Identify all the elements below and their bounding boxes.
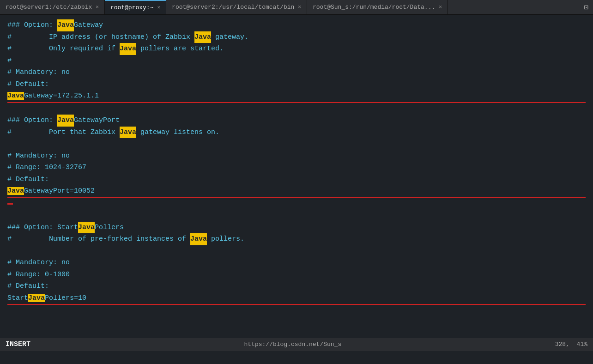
monitor-icon: ⊡ [584, 3, 588, 12]
line-6: # Default: [7, 79, 586, 91]
line-13-text: # Range: 1024-32767 [7, 162, 86, 174]
line-1-rest: Gateway [74, 19, 103, 31]
line-10-prefix: # Port that Zabbix [7, 127, 120, 139]
line-17-prefix: ### Option: Start [7, 222, 78, 234]
line-22-text: # Default: [7, 280, 49, 292]
line-3-prefix: # Only required if [7, 43, 120, 55]
line-2-prefix: # IP address (or hostname) of Zabbix [7, 31, 194, 43]
tab-3[interactable]: root@server2:/usr/local/tomcat/bin ✕ [166, 0, 307, 14]
tab-4-label: root@Sun_s:/run/media/root/Data... [313, 4, 435, 11]
tab-1-close[interactable]: ✕ [96, 5, 99, 10]
line-17: ### Option: StartJavaPollers [7, 222, 586, 234]
line-1-java: Java [57, 19, 74, 31]
status-insert: INSERT [6, 339, 30, 351]
tab-1[interactable]: root@server1:/etc/zabbix ✕ [0, 0, 105, 14]
line-10-java: Java [120, 127, 136, 139]
line-15: JavaGatewayPort=10052 [7, 185, 586, 198]
line-6-text: # Default: [7, 79, 49, 91]
line-12-text: # Mandatory: no [7, 150, 70, 162]
line-3-java: Java [120, 43, 136, 55]
line-13: # Range: 1024-32767 [7, 162, 586, 174]
line-blank-1 [7, 103, 586, 115]
line-7: JavaGateway=172.25.1.1 [7, 90, 586, 103]
line-7-edited: JavaGateway=172.25.1.1 [7, 90, 586, 103]
line-9-prefix: ### Option: [7, 115, 57, 127]
line-18: # Number of pre-forked instances of Java… [7, 233, 586, 245]
tab-4[interactable]: root@Sun_s:/run/media/root/Data... ✕ [307, 0, 448, 14]
tab-1-label: root@server1:/etc/zabbix [6, 4, 92, 11]
tab-3-close[interactable]: ✕ [298, 5, 301, 10]
cursor-indicator [7, 197, 586, 209]
line-4-text: # [7, 55, 12, 67]
tab-bar: root@server1:/etc/zabbix ✕ root@proxy:~ … [0, 0, 593, 15]
line-5: # Mandatory: no [7, 67, 586, 79]
line-9-rest: GatewayPort [74, 115, 120, 127]
status-bar: INSERT https://blog.csdn.net/Sun_s 328, … [0, 338, 593, 351]
line-18-java: Java [190, 233, 207, 245]
line-15-edited: JavaGatewayPort=10052 [7, 185, 586, 198]
tab-3-label: root@server2:/usr/local/tomcat/bin [172, 4, 294, 11]
line-23: StartJavaPollers=10 [7, 292, 586, 305]
line-1-prefix: ### Option: [7, 19, 57, 31]
line-2-rest: gateway. [211, 31, 248, 43]
line-21: # Range: 0-1000 [7, 269, 586, 281]
line-blank-2 [7, 138, 586, 150]
line-2-java: Java [194, 31, 211, 43]
line-21-text: # Range: 0-1000 [7, 269, 70, 281]
tab-extra: ⊡ [584, 0, 593, 14]
line-5-text: # Mandatory: no [7, 67, 70, 79]
line-10: # Port that Zabbix Java gateway listens … [7, 127, 586, 139]
tab-2-close[interactable]: ✕ [157, 5, 160, 10]
line-14: # Default: [7, 174, 586, 186]
line-3: # Only required if Java pollers are star… [7, 43, 586, 55]
line-23-edited: StartJavaPollers=10 [7, 292, 586, 305]
status-url: https://blog.csdn.net/Sun_s [244, 340, 342, 350]
line-17-rest: Pollers [95, 222, 124, 234]
line-10-rest: gateway listens on. [136, 127, 219, 139]
line-9-java: Java [57, 115, 74, 127]
line-14-text: # Default: [7, 174, 49, 186]
line-2: # IP address (or hostname) of Zabbix Jav… [7, 31, 586, 43]
line-blank-4 [7, 245, 586, 257]
line-20: # Mandatory: no [7, 257, 586, 269]
line-4: # [7, 55, 586, 67]
tab-2[interactable]: root@proxy:~ ✕ [105, 0, 166, 14]
line-17-java: Java [78, 222, 95, 234]
status-position: 328, 41% [555, 340, 587, 350]
line-22: # Default: [7, 280, 586, 292]
main-content: ### Option: JavaGateway # IP address (or… [0, 15, 593, 351]
line-18-prefix: # Number of pre-forked instances of [7, 233, 190, 245]
tab-4-close[interactable]: ✕ [439, 5, 442, 10]
line-3-rest: pollers are started. [136, 43, 224, 55]
line-12: # Mandatory: no [7, 150, 586, 162]
line-1: ### Option: JavaGateway [7, 19, 586, 31]
line-20-text: # Mandatory: no [7, 257, 70, 269]
tab-2-label: root@proxy:~ [110, 4, 154, 11]
line-9: ### Option: JavaGatewayPort [7, 115, 586, 127]
line-18-rest: pollers. [207, 233, 244, 245]
line-blank-3 [7, 210, 586, 222]
